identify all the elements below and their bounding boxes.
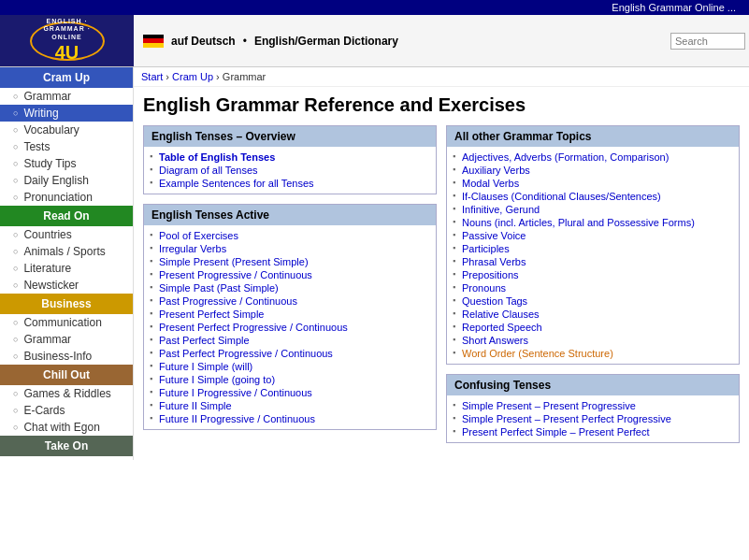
sidebar-item-label-tests: Tests (23, 140, 50, 153)
other-topics-link[interactable]: Nouns (incl. Articles, Plural and Posses… (453, 216, 733, 229)
other-topics-link[interactable]: Adjectives, Adverbs (Formation, Comparis… (453, 151, 733, 164)
tenses-active-link[interactable]: Simple Present (Present Simple) (150, 255, 430, 268)
other-topics-link[interactable]: Phrasal Verbs (453, 255, 733, 268)
other-topics-link[interactable]: Modal Verbs (453, 177, 733, 190)
other-topics-link[interactable]: Pronouns (453, 281, 733, 294)
sidebar-item-study-tips[interactable]: ○Study Tips (0, 155, 133, 172)
other-topics-link[interactable]: Passive Voice (453, 229, 733, 242)
sidebar-item-label-grammar-b: Grammar (23, 333, 71, 346)
tenses-active-link[interactable]: Past Perfect Simple (150, 334, 430, 347)
tenses-active-link[interactable]: Future I Simple (will) (150, 360, 430, 373)
sidebar-item-chat-egon[interactable]: ○Chat with Egon (0, 419, 133, 436)
top-bar: English Grammar Online ... (0, 0, 749, 15)
tenses-active-link[interactable]: Irregular Verbs (150, 242, 430, 255)
other-topics-link[interactable]: Reported Speech (453, 321, 733, 334)
sidebar-item-label-business-info: Business-Info (23, 350, 92, 363)
other-topics-link[interactable]: Auxiliary Verbs (453, 164, 733, 177)
bullet-icon: ○ (13, 230, 18, 239)
other-topics-link[interactable]: Prepositions (453, 268, 733, 281)
other-topics-link[interactable]: If-Clauses (Conditional Clauses/Sentence… (453, 190, 733, 203)
bullet-icon: ○ (13, 125, 18, 135)
sidebar-item-newsticker[interactable]: ○Newsticker (0, 277, 133, 294)
sidebar-section-business: Business (0, 294, 133, 314)
confusing-tenses-link[interactable]: Present Perfect Simple – Present Perfect (453, 425, 733, 438)
tenses-active-link[interactable]: Pool of Exercises (150, 229, 430, 242)
sidebar-item-label-writing: Writing (23, 107, 58, 120)
tenses-overview-link[interactable]: Table of English Tenses (150, 151, 430, 164)
sidebar-item-label-pronunciation: Pronunciation (23, 191, 92, 204)
tenses-active-link[interactable]: Simple Past (Past Simple) (150, 281, 430, 294)
bullet-icon: ○ (13, 159, 18, 168)
sidebar: Cram Up○Grammar○Writing○Vocabulary○Tests… (0, 67, 134, 460)
tenses-active-link[interactable]: Present Perfect Progressive / Continuous (150, 321, 430, 334)
confusing-tenses-link[interactable]: Simple Present – Present Progressive (453, 399, 733, 412)
confusing-tenses-header: Confusing Tenses (447, 375, 739, 395)
other-topics-link[interactable]: Infinitive, Gerund (453, 203, 733, 216)
bullet-icon: ○ (13, 280, 18, 290)
bullet-icon: ○ (13, 335, 18, 344)
sidebar-item-communication[interactable]: ○Communication (0, 314, 133, 331)
bullet-icon: ○ (13, 318, 18, 327)
sidebar-item-animals-sports[interactable]: ○Animals / Sports (0, 243, 133, 260)
sidebar-item-label-games-riddles: Games & Riddles (23, 387, 110, 400)
tenses-active-link[interactable]: Past Perfect Progressive / Continuous (150, 347, 430, 360)
page-title: English Grammar Reference and Exercises (143, 94, 740, 116)
sidebar-item-games-riddles[interactable]: ○Games & Riddles (0, 385, 133, 402)
search-input[interactable] (670, 33, 745, 50)
bullet-icon: ○ (13, 406, 18, 415)
tenses-active-link[interactable]: Future II Simple (150, 399, 430, 412)
deutsch-link[interactable]: auf Deutsch (171, 35, 236, 48)
tenses-active-link[interactable]: Future I Simple (going to) (150, 373, 430, 386)
tenses-active-header: English Tenses Active (144, 205, 436, 225)
confusing-tenses-content: Simple Present – Present ProgressiveSimp… (447, 395, 739, 442)
sidebar-item-literature[interactable]: ○Literature (0, 260, 133, 277)
sidebar-item-vocabulary[interactable]: ○Vocabulary (0, 122, 133, 138)
bullet-icon: ○ (13, 92, 18, 101)
site-title: English Grammar Online ... (612, 2, 736, 13)
sidebar-item-label-chat-egon: Chat with Egon (23, 421, 99, 434)
sidebar-item-pronunciation[interactable]: ○Pronunciation (0, 189, 133, 206)
bullet-icon: ○ (13, 108, 18, 118)
sidebar-item-grammar[interactable]: ○Grammar (0, 88, 133, 105)
sidebar-item-writing[interactable]: ○Writing (0, 105, 133, 122)
tenses-active-link[interactable]: Present Perfect Simple (150, 308, 430, 321)
sidebar-item-grammar-b[interactable]: ○Grammar (0, 331, 133, 348)
sidebar-item-tests[interactable]: ○Tests (0, 138, 133, 155)
other-topics-content: Adjectives, Adverbs (Formation, Comparis… (447, 147, 739, 364)
sidebar-section-chill-out: Chill Out (0, 365, 133, 385)
other-topics-link[interactable]: Relative Clauses (453, 308, 733, 321)
sidebar-item-label-literature: Literature (23, 262, 71, 275)
tenses-active-content: Pool of ExercisesIrregular VerbsSimple P… (144, 225, 436, 429)
sidebar-item-label-animals-sports: Animals / Sports (23, 245, 105, 258)
dict-link[interactable]: English/German Dictionary (254, 35, 398, 48)
other-topics-link[interactable]: Short Answers (453, 334, 733, 347)
confusing-tenses-box: Confusing Tenses Simple Present – Presen… (446, 374, 740, 443)
breadcrumb-start[interactable]: Start (141, 71, 163, 82)
confusing-tenses-link[interactable]: Simple Present – Present Perfect Progres… (453, 412, 733, 425)
breadcrumb-current: Grammar (223, 71, 266, 82)
sidebar-item-business-info[interactable]: ○Business-Info (0, 348, 133, 365)
tenses-active-link[interactable]: Present Progressive / Continuous (150, 268, 430, 281)
tenses-active-link[interactable]: Past Progressive / Continuous (150, 294, 430, 308)
main-content: English Grammar Reference and Exercises … (134, 87, 749, 460)
tenses-active-link[interactable]: Future II Progressive / Continuous (150, 412, 430, 425)
tenses-overview-link[interactable]: Example Sentences for all Tenses (150, 177, 430, 190)
layout: Cram Up○Grammar○Writing○Vocabulary○Tests… (0, 67, 749, 460)
other-topics-header: All other Grammar Topics (447, 126, 739, 147)
sidebar-item-e-cards[interactable]: ○E-Cards (0, 402, 133, 419)
sidebar-item-countries[interactable]: ○Countries (0, 226, 133, 243)
tenses-active-box: English Tenses Active Pool of ExercisesI… (143, 204, 437, 430)
lang-bar: auf Deutsch • English/German Dictionary (134, 15, 749, 66)
bullet-icon: ○ (13, 247, 18, 256)
tenses-active-link[interactable]: Future I Progressive / Continuous (150, 386, 430, 399)
other-topics-link[interactable]: Participles (453, 242, 733, 255)
right-panel: Start › Cram Up › Grammar English Gramma… (134, 67, 749, 460)
other-topics-link[interactable]: Question Tags (453, 294, 733, 308)
sidebar-item-label-e-cards: E-Cards (23, 404, 65, 417)
tenses-overview-link[interactable]: Diagram of all Tenses (150, 164, 430, 177)
sidebar-section-take-on: Take On (0, 436, 133, 456)
breadcrumb-cram-up[interactable]: Cram Up (172, 71, 213, 82)
other-topics-link[interactable]: Word Order (Sentence Structure) (453, 347, 733, 360)
bullet-icon: ○ (13, 176, 18, 185)
sidebar-item-daily-english[interactable]: ○Daily English (0, 172, 133, 189)
